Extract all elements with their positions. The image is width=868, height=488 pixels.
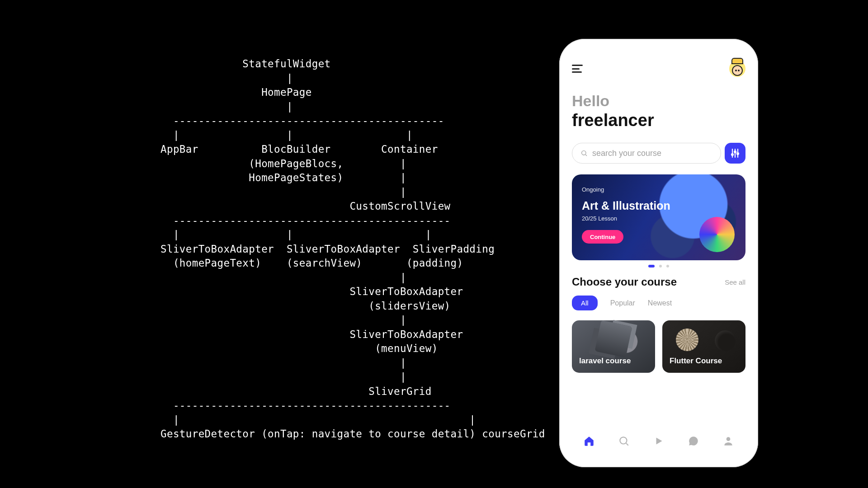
carousel-dot[interactable] bbox=[648, 265, 655, 267]
course-card[interactable]: laravel course bbox=[572, 320, 655, 373]
see-all-link[interactable]: See all bbox=[725, 278, 745, 286]
svg-point-1 bbox=[731, 154, 733, 155]
tab-popular[interactable]: Popular bbox=[610, 299, 635, 307]
widget-tree-diagram: StatefulWidget | HomePage | ------------… bbox=[160, 57, 545, 441]
bottom-navbar bbox=[572, 427, 745, 467]
play-icon bbox=[653, 435, 665, 447]
person-icon bbox=[722, 435, 734, 447]
ongoing-course-banner[interactable]: Ongoing Art & Illustration 20/25 Lesson … bbox=[572, 174, 745, 260]
search-placeholder: search your course bbox=[592, 149, 661, 158]
nav-search[interactable] bbox=[618, 435, 630, 449]
course-grid: laravel course Flutter Course bbox=[572, 320, 745, 373]
avatar[interactable] bbox=[729, 61, 745, 77]
course-tabs: All Popular Newest bbox=[572, 296, 745, 310]
tab-newest[interactable]: Newest bbox=[648, 299, 672, 307]
search-input[interactable]: search your course bbox=[572, 143, 721, 164]
search-icon bbox=[580, 150, 588, 157]
nav-chat[interactable] bbox=[688, 435, 699, 449]
svg-point-5 bbox=[726, 437, 730, 441]
greeting-hello: Hello bbox=[572, 92, 745, 110]
course-card-title: Flutter Course bbox=[670, 357, 722, 366]
svg-point-4 bbox=[620, 437, 627, 444]
banner-progress: 20/25 Lesson bbox=[582, 215, 670, 222]
section-title: Choose your course bbox=[572, 276, 677, 288]
continue-button[interactable]: Continue bbox=[582, 230, 623, 244]
chat-icon bbox=[688, 435, 699, 447]
carousel-dot[interactable] bbox=[659, 265, 662, 267]
nav-profile[interactable] bbox=[722, 435, 734, 449]
greeting-name: freelancer bbox=[572, 111, 745, 130]
phone-mockup: Hello freelancer search your course Ongo… bbox=[559, 39, 758, 467]
course-card[interactable]: Flutter Course bbox=[662, 320, 745, 373]
menu-icon[interactable] bbox=[572, 65, 583, 73]
search-icon bbox=[618, 435, 630, 447]
filter-icon bbox=[730, 148, 741, 159]
banner-title: Art & Illustration bbox=[582, 199, 670, 212]
nav-play[interactable] bbox=[653, 435, 665, 449]
carousel-dots bbox=[572, 265, 745, 267]
filter-button[interactable] bbox=[725, 143, 745, 164]
banner-label: Ongoing bbox=[582, 186, 670, 193]
carousel-dot[interactable] bbox=[666, 265, 669, 267]
svg-point-2 bbox=[734, 151, 736, 153]
svg-point-3 bbox=[737, 153, 739, 155]
home-icon bbox=[583, 435, 595, 447]
nav-home[interactable] bbox=[583, 435, 595, 449]
svg-point-0 bbox=[582, 151, 586, 155]
tab-all[interactable]: All bbox=[572, 296, 598, 310]
course-card-title: laravel course bbox=[579, 357, 631, 366]
